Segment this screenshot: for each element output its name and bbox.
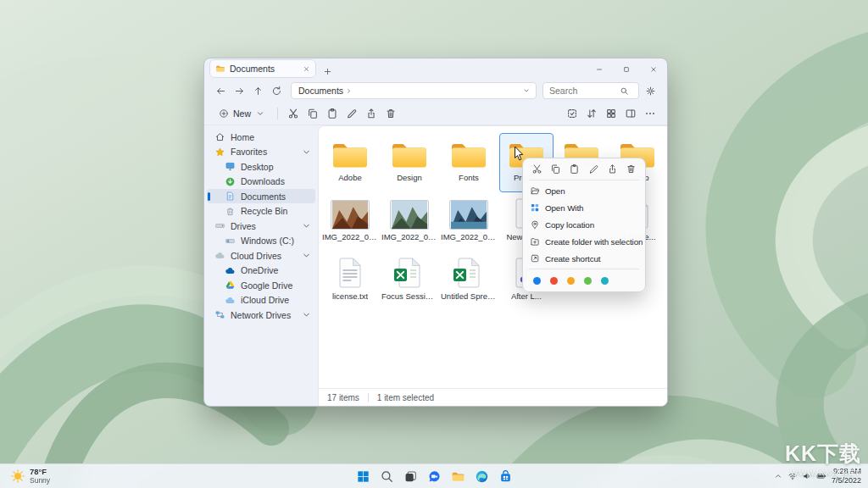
rename-button[interactable] <box>342 104 360 122</box>
taskbar-explorer-button[interactable] <box>448 466 468 486</box>
tray-volume-icon[interactable] <box>802 471 812 481</box>
context-menu: OpenOpen WithCopy locationCreate folder … <box>522 158 646 292</box>
cut-button[interactable] <box>531 164 542 175</box>
address-bar[interactable]: Documents <box>291 82 537 99</box>
sidebar-item-home[interactable]: Home <box>207 130 315 144</box>
taskbar-search-tb-button[interactable] <box>376 466 397 486</box>
menu-item-open-with[interactable]: Open With <box>526 199 643 216</box>
cut-button[interactable] <box>284 104 302 122</box>
divider <box>368 393 369 402</box>
file-tile-img-2022-06[interactable]: IMG_2022_06... <box>321 192 379 252</box>
sidebar-item-desktop[interactable]: Desktop <box>207 159 315 174</box>
file-tile-img-2022-06[interactable]: IMG_2022_06... <box>381 192 438 252</box>
share-button[interactable] <box>607 164 618 175</box>
taskbar-edge-button[interactable] <box>471 466 492 486</box>
file-tile-untitled-spreads[interactable]: Untitled Spreads... <box>440 252 498 311</box>
sidebar-item-favorites[interactable]: Favorites <box>207 145 315 159</box>
chevron-down-icon[interactable] <box>301 220 312 231</box>
breadcrumb[interactable]: Documents <box>297 86 345 96</box>
search-box[interactable] <box>542 82 639 99</box>
chevron-down-icon[interactable] <box>301 250 312 261</box>
forward-button[interactable] <box>231 83 248 99</box>
taskbar-start-button[interactable] <box>353 466 373 486</box>
cloud-icon <box>214 250 225 261</box>
file-tile-focus-sessions[interactable]: Focus Sessions <box>381 252 438 311</box>
maximize-button[interactable] <box>613 58 640 80</box>
sidebar-item-icloud-drive[interactable]: iCloud Drive <box>207 293 315 308</box>
sidebar-item-onedrive[interactable]: OneDrive <box>207 263 315 278</box>
taskbar-chat-button[interactable] <box>424 466 444 486</box>
refresh-button[interactable] <box>269 83 285 99</box>
menu-item-copy-location[interactable]: Copy location <box>526 216 643 233</box>
titlebar[interactable]: Documents <box>204 58 667 80</box>
menu-item-create-folder-with-selection[interactable]: Create folder with selection <box>526 233 643 250</box>
tray-battery-icon[interactable] <box>816 471 826 481</box>
tag-color-dot[interactable] <box>550 277 558 285</box>
settings-gear-icon[interactable] <box>642 82 659 99</box>
document-icon <box>225 191 236 202</box>
more-button[interactable] <box>641 104 659 122</box>
chevron-down-icon[interactable] <box>522 86 531 95</box>
menu-item-create-shortcut[interactable]: Create shortcut <box>526 250 643 267</box>
sidebar-item-windows-c[interactable]: Windows (C:) <box>207 234 315 248</box>
file-tile-fonts[interactable]: Fonts <box>440 133 498 192</box>
excel-icon <box>390 257 429 289</box>
tab-close-icon[interactable] <box>303 65 310 73</box>
copy-button[interactable] <box>303 104 321 122</box>
sidebar-item-network-drives[interactable]: Network Drives <box>207 308 315 322</box>
tag-color-dot[interactable] <box>584 277 592 285</box>
folder-icon <box>449 138 488 170</box>
back-button[interactable] <box>213 83 229 99</box>
tab-documents[interactable]: Documents <box>209 59 316 78</box>
sidebar-item-recycle-bin[interactable]: Recycle Bin <box>207 204 315 219</box>
sidebar-item-cloud-drives[interactable]: Cloud Drives <box>207 248 315 263</box>
sidebar-item-drives[interactable]: Drives <box>207 219 315 233</box>
rename-button[interactable] <box>588 164 599 175</box>
tray-wifi-icon[interactable] <box>787 471 798 481</box>
tag-color-dot[interactable] <box>601 277 609 285</box>
tray-chev-up-icon[interactable] <box>773 471 783 481</box>
copy-button[interactable] <box>550 164 561 175</box>
paste-button[interactable] <box>323 104 341 122</box>
chevron-down-icon[interactable] <box>301 309 312 320</box>
delete-button[interactable] <box>626 164 637 175</box>
taskbar-store-button[interactable] <box>495 466 515 486</box>
tag-color-dot[interactable] <box>533 277 541 285</box>
system-tray: 9:28 AM 7/5/2022 <box>773 464 865 488</box>
file-label: Fonts <box>459 173 479 182</box>
menu-item-label: Create shortcut <box>545 254 600 263</box>
folder-icon <box>390 138 429 170</box>
chevron-down-icon[interactable] <box>301 147 312 158</box>
file-tile-img-2022-06[interactable]: IMG_2022_06... <box>440 192 498 252</box>
taskbar-clock[interactable]: 9:28 AM 7/5/2022 <box>832 467 865 485</box>
new-button[interactable]: New <box>213 107 271 120</box>
minimize-button[interactable] <box>586 58 613 80</box>
details-button[interactable] <box>621 104 639 122</box>
taskbar-taskview-button[interactable] <box>400 466 420 486</box>
sort-button[interactable] <box>582 104 600 122</box>
new-tab-button[interactable] <box>323 67 332 76</box>
file-tile-adobe[interactable]: Adobe <box>321 133 379 192</box>
select-button[interactable] <box>563 104 581 122</box>
sidebar-item-label: Network Drives <box>231 310 296 320</box>
sidebar-item-downloads[interactable]: Downloads <box>207 175 315 189</box>
menu-item-open[interactable]: Open <box>526 182 643 199</box>
tag-color-dot[interactable] <box>567 277 575 285</box>
share-button[interactable] <box>362 104 380 122</box>
close-button[interactable] <box>640 58 667 80</box>
paste-button[interactable] <box>569 164 580 175</box>
navigation-toolbar: Documents <box>204 80 667 102</box>
file-tile-design[interactable]: Design <box>381 133 438 192</box>
search-input[interactable] <box>548 85 617 97</box>
sidebar-item-google-drive[interactable]: Google Drive <box>207 278 315 292</box>
layout-button[interactable] <box>602 104 620 122</box>
file-tile-license-txt[interactable]: license.txt <box>321 252 379 311</box>
desktop: Documents Documents New <box>0 0 868 488</box>
command-bar: New <box>204 102 667 125</box>
weather-widget[interactable]: 78°F Sunny <box>5 464 55 488</box>
up-button[interactable] <box>250 83 266 99</box>
sidebar-item-label: Downloads <box>241 176 312 186</box>
drive-icon <box>214 220 225 231</box>
delete-button[interactable] <box>381 104 399 122</box>
sidebar-item-documents[interactable]: Documents <box>207 189 315 203</box>
